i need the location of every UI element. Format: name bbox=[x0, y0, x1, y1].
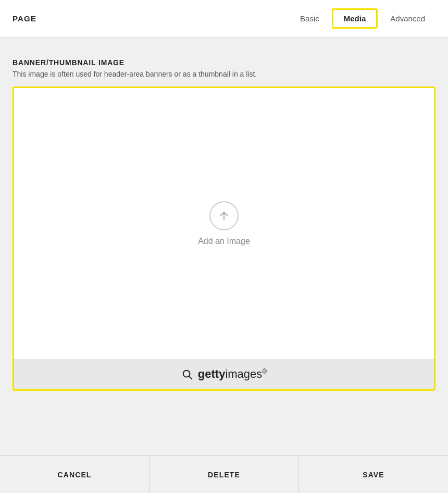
delete-button[interactable]: DELETE bbox=[149, 456, 298, 493]
image-upload-area[interactable]: Add an Image bbox=[14, 88, 434, 359]
tab-basic[interactable]: Basic bbox=[290, 10, 330, 27]
main-content: BANNER/THUMBNAIL IMAGE This image is oft… bbox=[0, 38, 448, 455]
tab-advanced[interactable]: Advanced bbox=[380, 10, 435, 27]
svg-line-2 bbox=[189, 376, 192, 379]
page-header: PAGE Basic Media Advanced bbox=[0, 0, 448, 38]
page-title: PAGE bbox=[13, 14, 36, 23]
tab-media[interactable]: Media bbox=[332, 8, 378, 29]
tab-bar: Basic Media Advanced bbox=[290, 8, 435, 29]
upload-arrow-icon bbox=[218, 209, 230, 222]
save-button[interactable]: SAVE bbox=[298, 456, 448, 493]
image-upload-container[interactable]: Add an Image gettyimages® bbox=[13, 87, 435, 391]
section-title: BANNER/THUMBNAIL IMAGE bbox=[13, 58, 435, 67]
cancel-button[interactable]: CANCEL bbox=[0, 456, 149, 493]
upload-icon-circle bbox=[209, 201, 239, 230]
getty-logo: gettyimages® bbox=[198, 367, 267, 381]
getty-search-bar[interactable]: gettyimages® bbox=[14, 359, 434, 389]
footer: CANCEL DELETE SAVE bbox=[0, 455, 448, 493]
search-icon bbox=[181, 368, 193, 380]
upload-label: Add an Image bbox=[198, 237, 250, 246]
section-description: This image is often used for header-area… bbox=[13, 70, 435, 78]
